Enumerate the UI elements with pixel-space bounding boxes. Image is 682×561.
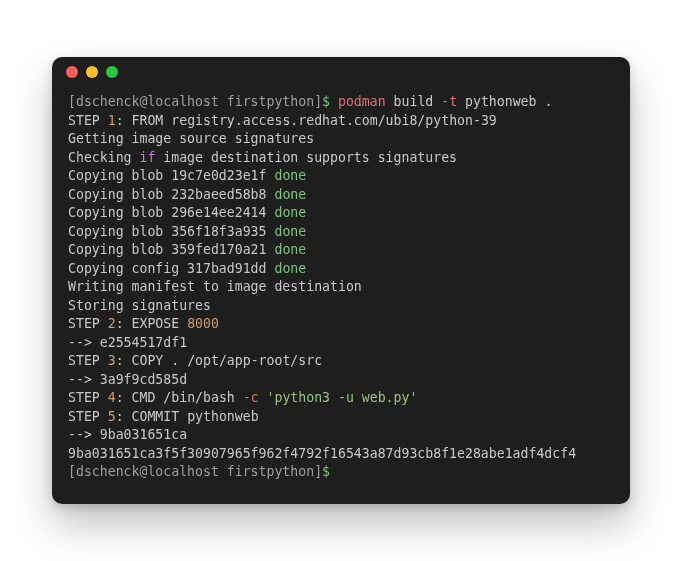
close-icon[interactable]	[66, 66, 78, 78]
title-bar	[52, 57, 630, 87]
step5-prefix: STEP	[68, 409, 108, 424]
blob-done: done	[274, 261, 306, 276]
step3-colon: :	[116, 353, 124, 368]
step5-colon: :	[116, 409, 124, 424]
line-get-sigs: Getting image source signatures	[68, 131, 314, 146]
checking-pre: Checking	[68, 150, 139, 165]
blob-done: done	[274, 187, 306, 202]
step2-colon: :	[116, 316, 124, 331]
blob-pre: Copying config 317bad91dd	[68, 261, 274, 276]
flag-c: -c	[243, 390, 267, 405]
command-name: podman	[338, 94, 386, 109]
step2-num: 2	[108, 316, 116, 331]
prompt-dollar: $	[322, 94, 330, 109]
step3-rest: COPY . /opt/app-root/src	[124, 353, 323, 368]
prompt-user: [dschenck@localhost firstpython]	[68, 94, 322, 109]
command-sub: build	[386, 94, 442, 109]
arrow-rest: > e2554517df1	[84, 335, 187, 350]
blob-done: done	[274, 205, 306, 220]
minimize-icon[interactable]	[86, 66, 98, 78]
step4-prefix: STEP	[68, 390, 108, 405]
arrow-rest: > 9ba031651ca	[84, 427, 187, 442]
flag-t: -t	[441, 94, 457, 109]
step4-colon: :	[116, 390, 124, 405]
step1-num: 1	[108, 113, 116, 128]
step5-num: 5	[108, 409, 116, 424]
step3-prefix: STEP	[68, 353, 108, 368]
step1-colon: :	[116, 113, 124, 128]
step4-mid: CMD /bin/bash	[124, 390, 243, 405]
terminal-output: [dschenck@localhost firstpython]$ podman…	[52, 87, 630, 504]
blob-pre: Copying blob 356f18f3a935	[68, 224, 274, 239]
blob-pre: Copying blob 296e14ee2414	[68, 205, 274, 220]
arrow-rest: > 3a9f9cd585d	[84, 372, 187, 387]
step1-prefix: STEP	[68, 113, 108, 128]
step3-num: 3	[108, 353, 116, 368]
blob-done: done	[274, 224, 306, 239]
blob-done: done	[274, 168, 306, 183]
step5-rest: COMMIT pythonweb	[124, 409, 259, 424]
checking-kw: if	[139, 150, 155, 165]
step2-prefix: STEP	[68, 316, 108, 331]
checking-post: image destination supports signatures	[155, 150, 457, 165]
prompt-dollar: $	[322, 464, 330, 479]
line-storing: Storing signatures	[68, 298, 211, 313]
step2-port: 8000	[187, 316, 219, 331]
arrow-dash: --	[68, 335, 84, 350]
step1-rest: FROM registry.access.redhat.com/ubi8/pyt…	[124, 113, 497, 128]
maximize-icon[interactable]	[106, 66, 118, 78]
arrow-dash: --	[68, 427, 84, 442]
step4-str: 'python3 -u web.py'	[267, 390, 418, 405]
arrow-dash: --	[68, 372, 84, 387]
blob-pre: Copying blob 232baeed58b8	[68, 187, 274, 202]
blob-done: done	[274, 242, 306, 257]
line-manifest: Writing manifest to image destination	[68, 279, 362, 294]
blob-pre: Copying blob 359fed170a21	[68, 242, 274, 257]
terminal-window: [dschenck@localhost firstpython]$ podman…	[52, 57, 630, 504]
prompt-user: [dschenck@localhost firstpython]	[68, 464, 322, 479]
command-rest: pythonweb .	[457, 94, 552, 109]
blob-pre: Copying blob 19c7e0d23e1f	[68, 168, 274, 183]
hash-line: 9ba031651ca3f5f30907965f962f4792f16543a8…	[68, 446, 576, 461]
step4-num: 4	[108, 390, 116, 405]
step2-mid: EXPOSE	[124, 316, 188, 331]
